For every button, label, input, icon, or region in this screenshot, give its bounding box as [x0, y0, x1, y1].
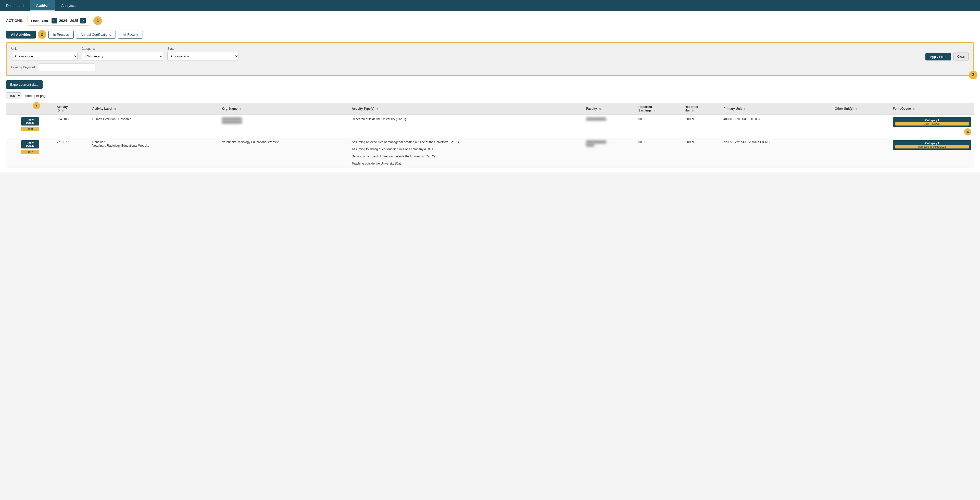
row1-reported-hrs: 0.00 hr — [682, 115, 721, 138]
col-activity-id: ActivityID ⇅ — [54, 103, 90, 115]
row1-activity-id: 8349183 — [54, 115, 90, 138]
filter-unit-group: Unit: Choose one — [11, 47, 78, 61]
tab-bar: All Activities 2 In Process Annual Certi… — [6, 30, 974, 39]
row1-primary-unit: 40020 - ANTHROPOLOGY — [721, 115, 832, 138]
show-details-btn-2[interactable]: Show Details — [21, 140, 39, 148]
row1-reported-earnings: $0.00 — [636, 115, 682, 138]
row1-activity-label: Human Evolution - Research — [90, 115, 220, 138]
filter-state-group: State: Choose any — [167, 47, 239, 61]
actions-label: ACTIONS: — [6, 19, 24, 23]
row1-other-units — [832, 115, 890, 138]
actions-bar: ACTIONS: Fiscal Year: < 2024 - 2025 > 1 — [6, 16, 974, 25]
filter-state-label: State: — [167, 47, 239, 51]
tag-icon-2: 🏷 — [27, 151, 30, 154]
row2-other-units — [832, 138, 890, 168]
row2-action-cell-inner: Show Details 🏷 7 — [9, 140, 51, 154]
filter-state-select[interactable]: Choose any — [167, 52, 239, 61]
row1-form-queue: Category I Dept Reviewer 4 — [890, 115, 974, 138]
row2-actions-cell: Show Details 🏷 7 — [6, 138, 54, 168]
row2-approved-label: Approved To 06/30/2025 — [895, 145, 969, 148]
step-badge-1: 1 — [93, 16, 102, 25]
tag-count-2: 7 — [31, 151, 33, 154]
col-form-queue: Form/Queue ⇅ — [890, 103, 974, 115]
col-activity-types: Activity Type(s) ⇅ — [349, 103, 584, 115]
top-nav: Dashboard Auditor Analytics — [0, 0, 980, 11]
row2-activity-types: Assuming an executive or managerial posi… — [349, 138, 584, 168]
filter-row-1: Unit: Choose one Category: Choose any St… — [11, 47, 969, 61]
fiscal-year-control: Fiscal Year: < 2024 - 2025 > — [27, 16, 89, 25]
filter-category-label: Category: — [82, 47, 163, 51]
row2-org-name: Veterinary Radiology Educational Website — [220, 138, 349, 168]
export-button[interactable]: Export current data — [6, 80, 43, 89]
filter-keyword-label: Filter by Keyword: — [11, 65, 36, 69]
col-primary-unit: Primary Unit ⇅ — [721, 103, 832, 115]
col-activity-label: Activity Label ⇅ — [90, 103, 220, 115]
row1-action-cell-inner: Show Details 🏷 3 5 — [9, 117, 51, 131]
row2-activity-label: Renewal:Veterinary Radiology Educational… — [90, 138, 220, 168]
tag-icon: 🏷 — [27, 127, 30, 131]
table-row: Show Details 🏷 7 7773079 Renewal:Veterin… — [6, 138, 974, 168]
nav-dashboard[interactable]: Dashboard — [0, 0, 30, 11]
row2-faculty: ██████████ ████ — [584, 138, 636, 168]
col-other-units: Other Unit(s) ⇅ — [832, 103, 890, 115]
col-faculty: Faculty ⇅ — [584, 103, 636, 115]
entries-per-page-label: entries per page — [24, 94, 48, 98]
filter-unit-label: Unit: — [11, 47, 78, 51]
step-badge-4: 4 — [964, 128, 971, 135]
filter-keyword-input[interactable] — [39, 64, 95, 71]
col-actions — [6, 103, 54, 115]
step-badge-5: 5 — [33, 102, 40, 109]
filter-keyword-row: Filter by Keyword: — [11, 64, 969, 71]
nav-auditor[interactable]: Auditor — [30, 0, 55, 11]
row1-faculty: ██████████ — [584, 115, 636, 138]
entries-per-page-select[interactable]: 10 25 50 100 — [6, 92, 21, 99]
filter-section: Unit: Choose one Category: Choose any St… — [6, 42, 974, 76]
filter-category-select[interactable]: Choose any — [82, 52, 163, 61]
row2-activity-id: 7773079 — [54, 138, 90, 168]
table-row: Show Details 🏷 3 5 8349183 Human Evoluti… — [6, 115, 974, 138]
data-table: ActivityID ⇅ Activity Label ⇅ Org. Name … — [6, 103, 974, 168]
tab-annual-certifications[interactable]: Annual Certifications — [76, 30, 116, 38]
row1-queue-sub: Dept Reviewer — [895, 122, 969, 126]
fiscal-year-prev-button[interactable]: < — [51, 18, 57, 24]
tag-count-1: 3 — [31, 127, 33, 131]
row1-queue-badge[interactable]: Category I Dept Reviewer — [893, 117, 971, 127]
tab-all-activities[interactable]: All Activities — [6, 30, 36, 38]
row1-activity-types: Research outside the University (Cat. 1) — [349, 115, 584, 138]
tab-all-faculty[interactable]: All Faculty — [118, 30, 143, 38]
clear-filter-button[interactable]: Clear — [953, 53, 969, 61]
row2-reported-hrs: 0.00 hr — [682, 138, 721, 168]
filter-category-group: Category: Choose any — [82, 47, 163, 61]
row2-primary-unit: 72035 - VM: SURG/RAD SCIENCE — [721, 138, 832, 168]
fiscal-year-next-button[interactable]: > — [80, 18, 86, 24]
tag-badge-1[interactable]: 🏷 3 — [21, 127, 39, 131]
step-badge-3: 3 — [969, 71, 977, 79]
fiscal-year-value: 2024 - 2025 — [59, 19, 78, 23]
apply-filter-button[interactable]: Apply Filter — [926, 53, 951, 61]
row2-form-queue: Category I Approved To 06/30/2025 — [890, 138, 974, 168]
row1-actions-cell: Show Details 🏷 3 5 — [6, 115, 54, 138]
row1-org-name: ██████████ ██████████ — [220, 115, 349, 138]
row2-reported-earnings: $0.00 — [636, 138, 682, 168]
page-content: ACTIONS: Fiscal Year: < 2024 - 2025 > 1 … — [0, 11, 980, 172]
show-details-btn-1[interactable]: Show Details — [21, 117, 39, 126]
col-org-name: Org. Name ⇅ — [220, 103, 349, 115]
step-badge-2: 2 — [38, 30, 46, 39]
tag-badge-2[interactable]: 🏷 7 — [21, 150, 39, 154]
col-reported-earnings: ReportedEarnings ⇅ — [636, 103, 682, 115]
filter-buttons: Apply Filter Clear — [243, 53, 969, 61]
col-reported-hrs: ReportedHrs ⇅ — [682, 103, 721, 115]
filter-unit-select[interactable]: Choose one — [11, 52, 78, 61]
row2-queue-badge[interactable]: Category I Approved To 06/30/2025 — [893, 140, 971, 150]
fiscal-year-label: Fiscal Year: — [31, 19, 49, 23]
tab-in-process[interactable]: In Process — [48, 30, 74, 38]
entries-per-page-row: 10 25 50 100 entries per page — [6, 92, 974, 99]
table-header-row: ActivityID ⇅ Activity Label ⇅ Org. Name … — [6, 103, 974, 115]
nav-analytics[interactable]: Analytics — [55, 0, 82, 11]
